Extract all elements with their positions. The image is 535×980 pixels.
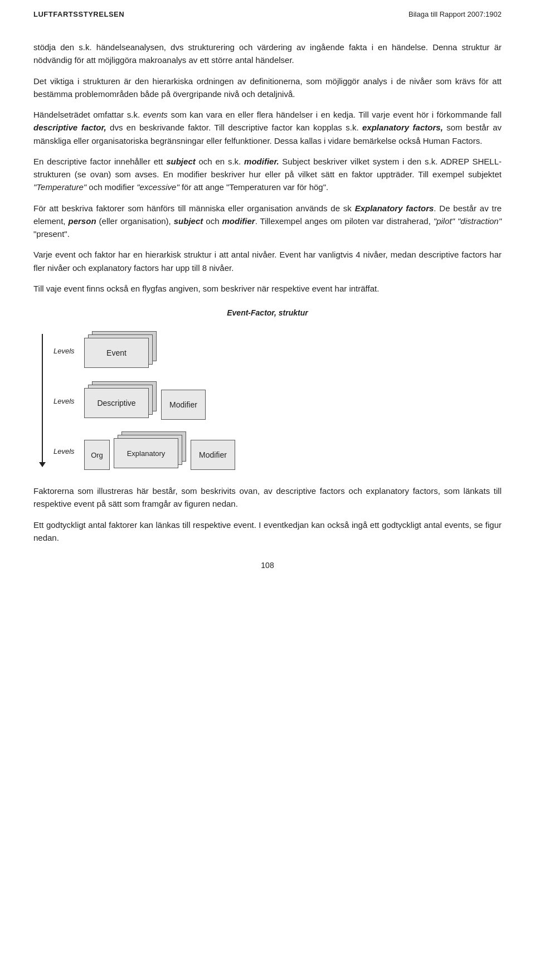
explanatory-box-front: Explanatory [114, 438, 178, 468]
levels-arrow-column [39, 328, 46, 467]
diagram-row-2: Levels Descriptive Modifier [54, 379, 235, 423]
header-organization: LUFTFARTSSTYRELSEN [33, 10, 124, 18]
text-excessive: "excessive" [137, 182, 179, 192]
text-explanatory-factors-2: Explanatory factors [355, 203, 434, 213]
levels-arrow-tip [39, 462, 46, 467]
text-descriptive-factor: descriptive factor, [33, 123, 106, 132]
paragraph-2: Det viktiga i strukturen är den hierarki… [33, 75, 502, 101]
paragraph-9: Ett godtyckligt antal faktorer kan länka… [33, 518, 502, 545]
diagram-row-1: Levels Event [54, 328, 235, 373]
paragraph-3: Händelseträdet omfattar s.k. events som … [33, 108, 502, 147]
paragraph-7: Till vaje event finns också en flygfas a… [33, 282, 502, 295]
main-content: stödja den s.k. händelseanalysen, dvs st… [33, 41, 502, 544]
page: LUFTFARTSSTYRELSEN Bilaga till Rapport 2… [0, 0, 535, 980]
event-box-front: Event [84, 338, 149, 368]
text-explanatory-factors: explanatory factors, [362, 123, 443, 132]
text-modifier: modifier. [244, 157, 279, 166]
text-temperature: "Temperature" [33, 182, 86, 192]
text-modifier-2: modifier [222, 216, 255, 226]
text-distraction: "distraction" [458, 216, 502, 226]
event-stack: Event [84, 331, 157, 370]
text-subject-2: subject [174, 216, 203, 226]
text-person: person [69, 216, 96, 226]
diagram-row-3: Levels Org Explanatory Modifier [54, 429, 235, 473]
org-box: Org [84, 440, 110, 470]
diagram-rows: Levels Event Levels [54, 328, 235, 473]
text-subject: subject [166, 157, 196, 166]
modifier-box-2: Modifier [191, 440, 235, 470]
paragraph-8: Faktorerna som illustreras här består, s… [33, 484, 502, 511]
levels-label-1: Levels [54, 347, 84, 355]
explanatory-stack: Explanatory [114, 431, 186, 470]
descriptive-stack: Descriptive [84, 381, 157, 420]
modifier-box-1: Modifier [161, 390, 206, 420]
paragraph-6: Varje event och faktor har en hierarkisk… [33, 248, 502, 274]
diagram-wrapper: Levels Event Levels [39, 328, 502, 473]
levels-arrow-line [42, 334, 43, 462]
levels-label-3: Levels [54, 447, 84, 455]
levels-label-2: Levels [54, 397, 84, 405]
page-header: LUFTFARTSSTYRELSEN Bilaga till Rapport 2… [33, 0, 502, 24]
diagram-section: Event-Factor, struktur Levels [33, 308, 502, 473]
paragraph-5: För att beskriva faktorer som hänförs ti… [33, 202, 502, 241]
diagram-title: Event-Factor, struktur [33, 308, 502, 317]
text-events: events [143, 110, 168, 119]
paragraph-1: stödja den s.k. händelseanalysen, dvs st… [33, 41, 502, 67]
text-pilot: "pilot" [434, 216, 455, 226]
descriptive-box-front: Descriptive [84, 388, 149, 418]
paragraph-4: En descriptive factor innehåller ett sub… [33, 155, 502, 194]
header-report: Bilaga till Rapport 2007:1902 [408, 10, 502, 18]
page-number: 108 [33, 552, 502, 575]
